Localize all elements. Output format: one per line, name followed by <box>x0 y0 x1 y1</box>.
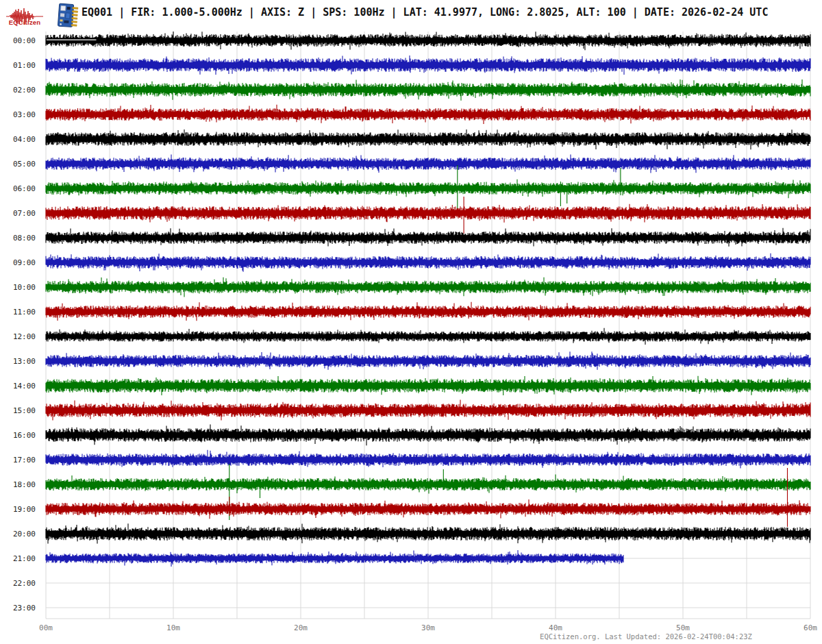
helicorder-plot: 00:0001:0002:0003:0004:0005:0006:0007:00… <box>0 0 822 644</box>
footer-status-text: EQCitizen.org. Last Updated: 2026-02-24T… <box>540 632 752 641</box>
hour-label: 05:00 <box>13 160 36 169</box>
hour-label: 13:00 <box>13 357 36 366</box>
x-tick-label: 30m <box>421 623 435 632</box>
x-tick-label: 40m <box>549 623 562 632</box>
hour-label: 07:00 <box>13 209 36 218</box>
x-tick-label: 20m <box>294 623 308 632</box>
x-tick-label: 10m <box>166 623 180 632</box>
hour-label: 00:00 <box>13 36 36 45</box>
hour-label: 19:00 <box>13 505 36 514</box>
hour-label: 23:00 <box>13 604 36 612</box>
hour-label: 04:00 <box>13 135 36 144</box>
hour-label: 12:00 <box>13 332 36 341</box>
x-tick-label: 50m <box>676 623 690 632</box>
hour-label: 10:00 <box>13 283 36 292</box>
trace-row-21 <box>46 550 623 567</box>
hour-label: 20:00 <box>13 530 36 538</box>
hour-label: 01:00 <box>13 61 36 70</box>
hour-label: 15:00 <box>13 406 36 415</box>
page-title: EQ001 | FIR: 1.000-5.000Hz | AXIS: Z | S… <box>82 6 768 18</box>
eqcitizen-logo-text: EQCitizen <box>5 18 44 26</box>
hour-label: 09:00 <box>13 258 36 267</box>
hour-label: 14:00 <box>13 382 36 391</box>
hour-label: 21:00 <box>13 554 36 563</box>
hour-label: 22:00 <box>13 579 36 588</box>
hour-label: 18:00 <box>13 480 36 489</box>
hour-label: 16:00 <box>13 431 36 440</box>
x-tick-label: 00m <box>39 623 53 632</box>
hour-label: 06:00 <box>13 184 36 193</box>
hour-label: 08:00 <box>13 234 36 243</box>
sensor-chip-icon <box>58 1 79 30</box>
header: EQCitizen EQ001 | FIR: 1.000-5.000Hz | A… <box>0 0 822 32</box>
x-tick-label: 60m <box>804 623 817 632</box>
hour-label: 02:00 <box>13 86 36 95</box>
hour-label: 17:00 <box>13 456 36 465</box>
hour-label: 11:00 <box>13 308 36 317</box>
hour-label: 03:00 <box>13 110 36 119</box>
